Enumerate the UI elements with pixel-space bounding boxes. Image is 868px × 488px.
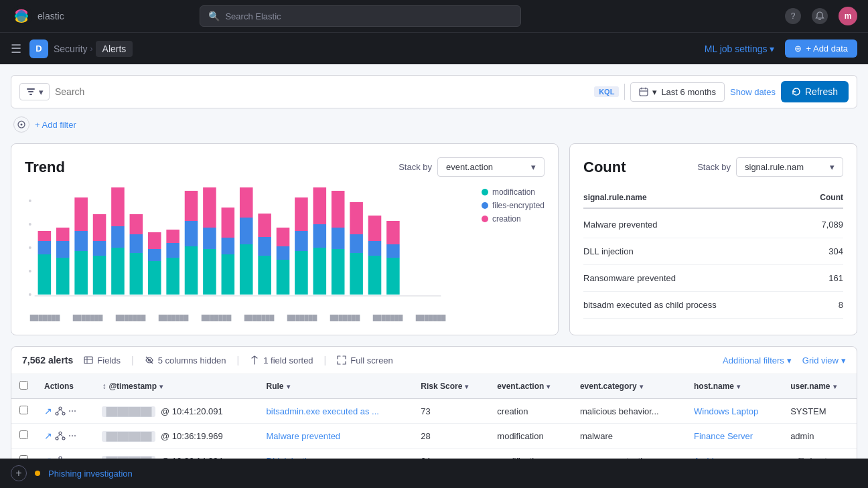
count-row-0: Malware prevented 7,089	[583, 212, 843, 238]
svg-rect-64	[332, 249, 345, 295]
th-event-category[interactable]: event.category ▾	[572, 374, 686, 399]
legend-dot-modification	[482, 189, 488, 195]
grid-view-button[interactable]: Grid view ▾	[802, 355, 846, 365]
alert-count: 7,562 alerts	[22, 355, 73, 365]
kql-badge[interactable]: KQL	[594, 86, 619, 97]
row-select-0[interactable]	[19, 406, 28, 414]
rule-link-0[interactable]: bitsadmin.exe executed as ...	[267, 406, 379, 416]
count-stack-by-control: Stack by signal.rule.nam ▾	[697, 157, 843, 177]
svg-rect-55	[277, 260, 290, 295]
elastic-logo[interactable]: elastic	[11, 5, 64, 27]
svg-point-14	[29, 270, 31, 272]
filter-row: + Add filter	[11, 116, 857, 133]
ml-job-settings-button[interactable]: ML job settings ▾	[705, 44, 775, 54]
filter-type-button[interactable]: ▾	[19, 83, 50, 100]
global-search-bar[interactable]: 🔍 Search Elastic	[200, 5, 521, 27]
svg-rect-65	[332, 228, 345, 249]
row-risk-score-0: 73	[413, 399, 489, 424]
th-timestamp[interactable]: ↕ @timestamp ▾	[94, 374, 258, 399]
count-row-value-1: 304	[828, 246, 843, 256]
row-select-1[interactable]	[19, 430, 28, 439]
count-row-name-3: bitsadm executed as child process	[583, 300, 717, 310]
date-range-picker[interactable]: ▾ Last 6 months	[630, 82, 725, 102]
fields-button[interactable]: Fields	[84, 355, 121, 365]
legend-files-encrypted: files-encrypted	[482, 201, 545, 210]
network-icon-1[interactable]	[55, 430, 66, 441]
workspace-badge[interactable]: D	[29, 39, 48, 58]
table-header: Actions ↕ @timestamp ▾ Rule ▾	[11, 374, 857, 399]
hidden-columns-button[interactable]: 5 columns hidden	[145, 355, 226, 365]
count-row-value-3: 8	[839, 300, 843, 310]
search-icon: 🔍	[208, 11, 220, 21]
trend-chart-svg	[25, 187, 451, 308]
x-label: ███████	[282, 315, 322, 321]
legend-label-modification: modification	[492, 187, 535, 197]
more-actions-icon-0[interactable]: ⋯	[68, 406, 76, 416]
table-toolbar: 7,562 alerts Fields | 5 columns hidden |	[11, 347, 857, 374]
svg-rect-16	[38, 254, 52, 295]
row-checkbox-0[interactable]	[11, 399, 36, 424]
additional-filters-button[interactable]: Additional filters ▾	[723, 355, 792, 365]
th-host-name[interactable]: host.name ▾	[686, 374, 782, 399]
rule-link-1[interactable]: Malware prevented	[267, 431, 341, 441]
select-all-checkbox[interactable]	[19, 381, 28, 390]
svg-rect-23	[74, 231, 88, 251]
th-rule[interactable]: Rule ▾	[259, 374, 413, 399]
svg-rect-31	[130, 253, 143, 295]
add-data-button[interactable]: ⊕ + Add data	[785, 39, 857, 58]
row-checkbox-1[interactable]	[11, 424, 36, 449]
th-user-name[interactable]: user.name ▾	[782, 374, 857, 399]
notifications-icon[interactable]	[812, 8, 828, 24]
filter-options-button[interactable]	[13, 116, 29, 133]
additional-filters-arrow: ▾	[787, 355, 792, 365]
svg-rect-21	[56, 228, 70, 241]
sort-label: 1 field sorted	[263, 355, 313, 365]
th-rule-filter-icon: ▾	[287, 383, 290, 390]
bottom-add-button[interactable]: +	[11, 465, 27, 481]
hamburger-menu[interactable]: ☰	[11, 42, 21, 56]
row-rule-0: bitsadmin.exe executed as ...	[259, 399, 413, 424]
search-placeholder: Search Elastic	[225, 11, 281, 21]
breadcrumb-security[interactable]: Security	[54, 44, 88, 54]
trend-stack-by-select[interactable]: event.action ▾	[437, 157, 545, 177]
row-event-category-1: malware	[572, 424, 686, 449]
count-row-3: bitsadm executed as child process 8	[583, 292, 843, 319]
timestamp-blur-0: ████████	[102, 406, 155, 417]
th-risk-score[interactable]: Risk Score ▾	[413, 374, 489, 399]
svg-rect-68	[350, 234, 363, 253]
timestamp-time-0: @ 10:41:20.091	[161, 406, 223, 416]
full-screen-button[interactable]: Full screen	[337, 355, 393, 365]
help-icon[interactable]: ?	[785, 8, 801, 24]
svg-rect-22	[74, 251, 88, 295]
risk-score-value-0: 73	[421, 406, 430, 416]
svg-point-87	[59, 432, 62, 434]
show-dates-button[interactable]: Show dates	[730, 87, 776, 97]
row-actions-0: ↗ ⋯	[36, 399, 94, 424]
network-icon-0[interactable]	[55, 406, 66, 416]
expand-icon-0[interactable]: ↗	[44, 406, 52, 416]
elastic-label: elastic	[38, 11, 64, 21]
timestamp-blur-1: ████████	[102, 431, 155, 442]
more-actions-icon-1[interactable]: ⋯	[68, 431, 76, 440]
ml-job-settings-arrow: ▾	[770, 44, 774, 54]
search-input[interactable]	[55, 86, 589, 97]
grid-view-label: Grid view	[802, 355, 839, 365]
count-table-header: signal.rule.name Count	[583, 187, 843, 209]
user-avatar[interactable]: m	[839, 7, 857, 25]
select-all-checkbox-header[interactable]	[11, 374, 36, 399]
breadcrumb-alerts[interactable]: Alerts	[96, 41, 133, 57]
expand-icon-1[interactable]: ↗	[44, 430, 52, 441]
add-data-icon: ⊕	[794, 44, 802, 54]
host-name-link-0[interactable]: Windows Laptop	[694, 406, 758, 416]
trend-chart-area: modification files-encrypted creation	[25, 187, 545, 321]
th-event-action[interactable]: event.action ▾	[489, 374, 572, 399]
svg-rect-28	[111, 248, 125, 295]
add-filter-button[interactable]: + Add filter	[35, 120, 76, 130]
svg-rect-53	[258, 237, 271, 256]
host-name-link-1[interactable]: Finance Server	[694, 431, 753, 441]
refresh-button[interactable]: Refresh	[781, 81, 849, 102]
count-stack-by-select[interactable]: signal.rule.nam ▾	[736, 157, 843, 177]
svg-rect-72	[368, 216, 382, 241]
sort-button[interactable]: 1 field sorted	[250, 355, 313, 365]
bottom-investigation-link[interactable]: Phishing investigation	[48, 469, 133, 479]
